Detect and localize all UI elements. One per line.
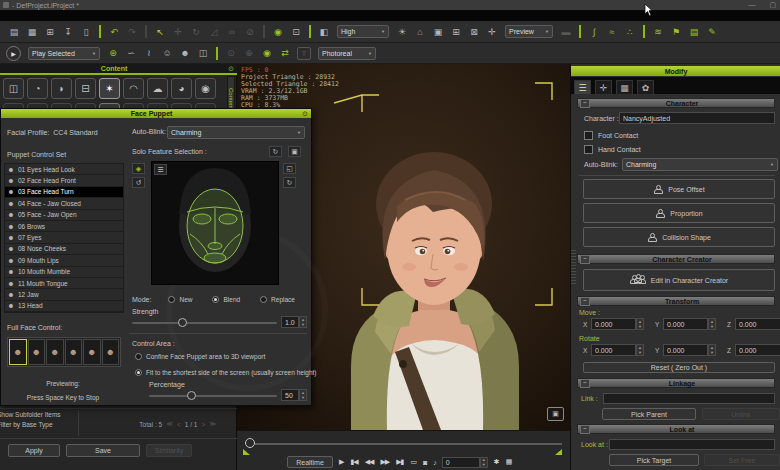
audio-note-icon[interactable]: ♪ (433, 459, 436, 466)
record-icon[interactable]: ◉ (259, 46, 275, 61)
preview-list-icon[interactable]: ☰ (154, 164, 167, 175)
category-costume-icon[interactable]: ◫ (3, 78, 24, 99)
track-arrows-icon[interactable]: ⇄ (277, 46, 293, 61)
undo-icon[interactable]: ↶ (106, 24, 122, 39)
save-button[interactable]: Save (66, 444, 140, 457)
puppet-item[interactable]: ☻08 Nose Cheeks (5, 244, 123, 255)
merge-project-icon[interactable]: ⊞ (42, 24, 58, 39)
hand-contact-row[interactable]: Hand Contact (584, 145, 641, 154)
loop-icon[interactable]: ▭ (410, 458, 416, 466)
camera-grid-icon[interactable]: ⊞ (448, 24, 464, 39)
puppet-item[interactable]: ☻09 Mouth Lips (5, 255, 123, 266)
solo-reset-icon[interactable]: ↻ (269, 146, 282, 157)
camera-switch-icon[interactable]: ⊠ (466, 24, 482, 39)
content-close-icon[interactable]: ⊙ (228, 65, 234, 73)
character-name-field[interactable]: NancyAdjusted (619, 112, 775, 124)
redo-icon[interactable]: ↷ (124, 24, 140, 39)
face-thumb[interactable]: ☻ (46, 339, 64, 365)
face-preview[interactable]: ☰ (151, 161, 279, 285)
tab-modify-icon[interactable]: ✛ (595, 80, 612, 94)
brightness-icon[interactable]: ☀ (394, 24, 410, 39)
to-end-icon[interactable]: ▶▮ (396, 458, 403, 466)
modify-header[interactable]: Modify (571, 66, 780, 76)
strength-slider-handle[interactable] (178, 318, 187, 327)
character-section-header[interactable]: − Character (577, 98, 775, 108)
mode-blend[interactable]: Blend (212, 296, 240, 303)
strength-slider[interactable] (132, 322, 277, 324)
transform-section-header[interactable]: − Transform (577, 296, 775, 306)
collapse-icon[interactable]: − (580, 425, 590, 434)
motion-pilot-icon[interactable]: ✛ (484, 24, 500, 39)
spring-icon[interactable]: ≋ (650, 24, 666, 39)
category-effect-icon[interactable]: ☁ (147, 78, 168, 99)
play-button[interactable]: ▶ (6, 46, 21, 61)
percentage-spinner[interactable] (299, 389, 307, 401)
look-at-field[interactable] (609, 439, 775, 450)
face-thumb[interactable]: ☻ (102, 339, 120, 365)
strength-value[interactable]: 1.0 (281, 316, 299, 328)
puppet-item[interactable]: ☻05 Face - Jaw Open (5, 210, 123, 221)
modify-auto-blink-dropdown[interactable]: Charming (622, 158, 778, 171)
face-puppet-header[interactable]: Face Puppet ⊙ (1, 109, 311, 118)
puppet-item[interactable]: ☻04 Face - Jaw Closed (5, 198, 123, 209)
maximize-button[interactable]: ▢ (769, 0, 776, 10)
move-x-field[interactable]: 0.000 (591, 318, 636, 330)
face-puppet-close-icon[interactable]: ⊙ (302, 110, 308, 118)
puppet-item[interactable]: ☻03 Face Head Turn (5, 187, 123, 198)
lasso-points-icon[interactable]: ≀ (141, 46, 157, 61)
scale-icon[interactable]: ◿ (206, 24, 222, 39)
minimize-button[interactable]: — (748, 0, 755, 10)
panel-icon[interactable]: ◫ (195, 46, 211, 61)
play-selected-dropdown[interactable]: Play Selected (28, 47, 100, 60)
pick-parent-button[interactable]: Pick Parent (602, 408, 696, 420)
move-x-spinner[interactable] (636, 318, 644, 330)
look-at-section-header[interactable]: − Look at (577, 424, 775, 434)
category-material-icon[interactable]: ◉ (195, 78, 216, 99)
rotate-x-field[interactable]: 0.000 (591, 344, 636, 356)
curve-editor-icon[interactable]: ∫ (586, 24, 602, 39)
next-page-icon[interactable]: > (201, 421, 205, 428)
category-stage-icon[interactable]: ◠ (123, 78, 144, 99)
quality-dropdown[interactable]: High (337, 25, 389, 38)
move-z-field[interactable]: 0.000 (735, 318, 780, 330)
expand-preview-icon[interactable]: ◱ (283, 163, 296, 174)
face-thumb[interactable]: ☻ (28, 339, 46, 365)
rotate-y-spinner[interactable] (708, 344, 716, 356)
flag-icon[interactable]: ⚑ (668, 24, 684, 39)
mode-new[interactable]: New (168, 296, 192, 303)
hand-contact-checkbox[interactable] (584, 145, 593, 154)
to-start-icon[interactable]: ▮◀ (350, 458, 357, 466)
collapse-icon[interactable]: − (580, 379, 590, 388)
rotate-x-spinner[interactable] (636, 344, 644, 356)
area-confine[interactable]: Confine Face Puppet area to 3D viewport (135, 353, 317, 360)
viewport-camera-icon[interactable]: ▣ (547, 407, 564, 421)
rotate-right-icon[interactable]: ↻ (283, 177, 296, 188)
show-subfolder-label[interactable]: Show Subfolder Items (0, 411, 61, 418)
move-y-field[interactable]: 0.000 (663, 318, 708, 330)
crowd-sim-icon[interactable]: ∴ (622, 24, 638, 39)
open-project-icon[interactable]: ▤ (6, 24, 22, 39)
puppet-item[interactable]: ☻12 Jaw (5, 289, 123, 300)
text-tool-icon[interactable]: T (297, 47, 311, 60)
auto-blink-dropdown[interactable]: Charming (167, 126, 305, 139)
export-icon[interactable]: ↧ (60, 24, 76, 39)
apply-button[interactable]: Apply (8, 444, 60, 457)
category-motion-icon[interactable]: ✶ (99, 78, 120, 99)
move-y-spinner[interactable] (708, 318, 716, 330)
puppet-item[interactable]: ☻10 Mouth Mumble (5, 267, 123, 278)
realtime-button[interactable]: Realtime (287, 456, 333, 468)
home-camera-icon[interactable]: ⌂ (412, 24, 428, 39)
people-icon[interactable]: ☻ (177, 46, 193, 61)
panel-grip[interactable] (571, 250, 576, 284)
play-icon[interactable]: ▶ (339, 458, 343, 466)
face-thumb[interactable]: ☻ (83, 339, 101, 365)
solo-save-icon[interactable]: ▣ (288, 146, 301, 157)
puppet-item[interactable]: ☻13 Head (5, 301, 123, 312)
visibility-eye-icon[interactable]: ◉ (270, 24, 286, 39)
person-icon[interactable]: ☺ (159, 46, 175, 61)
category-dial-icon[interactable]: ◔ (27, 78, 48, 99)
category-props-icon[interactable]: ◕ (171, 78, 192, 99)
tab-material-icon[interactable]: ▦ (616, 80, 633, 94)
timeline-playhead[interactable] (245, 438, 255, 448)
pen-icon[interactable]: ✎ (704, 24, 720, 39)
